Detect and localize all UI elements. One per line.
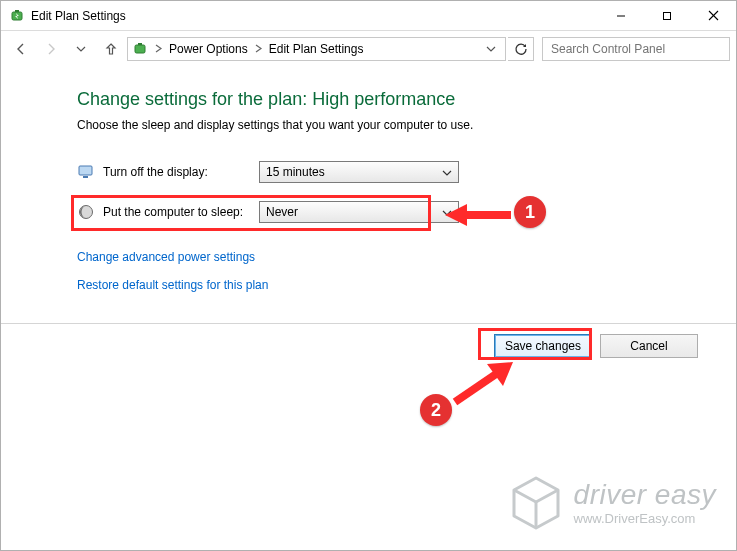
display-timeout-value: 15 minutes (266, 165, 325, 179)
moon-icon (77, 203, 95, 221)
window-title: Edit Plan Settings (31, 9, 130, 23)
chevron-down-icon (442, 167, 452, 177)
sleep-timeout-label: Put the computer to sleep: (103, 205, 259, 219)
watermark-cube-icon (510, 474, 562, 532)
sleep-timeout-value: Never (266, 205, 298, 219)
forward-button[interactable] (37, 35, 65, 63)
search-input[interactable] (549, 41, 723, 57)
close-button[interactable] (690, 1, 736, 30)
annotation-badge-2: 2 (420, 394, 452, 426)
svg-rect-7 (138, 43, 142, 45)
watermark-url: www.DriverEasy.com (574, 511, 716, 526)
page-heading: Change settings for the plan: High perfo… (77, 89, 736, 110)
chevron-right-icon[interactable] (252, 42, 265, 56)
recent-locations-button[interactable] (67, 35, 95, 63)
save-button[interactable]: Save changes (494, 334, 592, 358)
monitor-icon (77, 163, 95, 181)
watermark: driver easy www.DriverEasy.com (510, 474, 716, 532)
up-button[interactable] (97, 35, 125, 63)
chevron-right-icon[interactable] (152, 42, 165, 56)
svg-rect-3 (664, 12, 671, 19)
display-timeout-row: Turn off the display: 15 minutes (77, 158, 736, 186)
watermark-title: driver easy (574, 481, 716, 509)
back-button[interactable] (7, 35, 35, 63)
display-timeout-select[interactable]: 15 minutes (259, 161, 459, 183)
advanced-settings-link[interactable]: Change advanced power settings (77, 250, 736, 264)
address-bar[interactable]: Power Options Edit Plan Settings (127, 37, 506, 61)
cancel-button[interactable]: Cancel (600, 334, 698, 358)
minimize-button[interactable] (598, 1, 644, 30)
address-dropdown-button[interactable] (481, 38, 501, 60)
restore-defaults-link[interactable]: Restore default settings for this plan (77, 278, 736, 292)
breadcrumb-item[interactable]: Power Options (169, 42, 248, 56)
display-timeout-label: Turn off the display: (103, 165, 259, 179)
chevron-down-icon (442, 207, 452, 217)
titlebar: Edit Plan Settings (1, 1, 736, 31)
search-box[interactable] (542, 37, 730, 61)
sleep-timeout-row: Put the computer to sleep: Never (77, 198, 736, 226)
battery-app-icon (9, 8, 25, 24)
maximize-button[interactable] (644, 1, 690, 30)
svg-rect-9 (83, 176, 88, 178)
breadcrumb-item[interactable]: Edit Plan Settings (269, 42, 364, 56)
svg-rect-6 (135, 45, 145, 53)
navbar: Power Options Edit Plan Settings (1, 31, 736, 67)
sleep-timeout-select[interactable]: Never (259, 201, 459, 223)
svg-rect-1 (15, 10, 19, 12)
footer: Save changes Cancel (1, 323, 736, 367)
svg-rect-8 (79, 166, 92, 175)
refresh-button[interactable] (508, 37, 534, 61)
control-panel-icon (132, 41, 148, 57)
page-subtext: Choose the sleep and display settings th… (77, 118, 736, 132)
window-buttons (598, 1, 736, 30)
